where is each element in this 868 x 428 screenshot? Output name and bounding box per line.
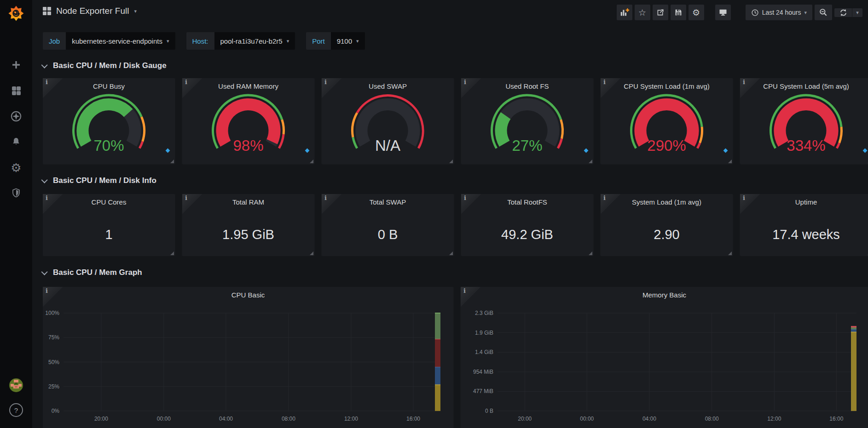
add-panel-button[interactable] bbox=[617, 5, 632, 20]
x-axis-label: 00:00 bbox=[580, 416, 594, 422]
panel-resize-handle[interactable] bbox=[589, 251, 592, 255]
stat-value: 0 B bbox=[322, 227, 454, 242]
panel-title[interactable]: Total RAM bbox=[182, 198, 314, 206]
stat-panel-4[interactable]: iTotal RootFS49.2 GiB bbox=[461, 194, 593, 256]
graph-panel-row: iCPU Basic0%25%50%75%100%20:0000:0004:00… bbox=[43, 287, 868, 428]
time-range-picker[interactable]: Last 24 hours ▾ bbox=[746, 5, 812, 20]
variable-job-dropdown[interactable]: Jobkubernetes-service-endpoints▾ bbox=[43, 32, 175, 50]
gauge-chart: 70% bbox=[43, 90, 175, 164]
variable-value-text: 9100 bbox=[337, 37, 352, 45]
help-icon: ? bbox=[9, 403, 23, 417]
plus-icon bbox=[11, 59, 22, 70]
panel-title[interactable]: Memory Basic bbox=[461, 291, 868, 299]
sidebar-item-create[interactable] bbox=[0, 56, 32, 74]
sidebar-item-profile[interactable] bbox=[0, 376, 32, 394]
variable-value[interactable]: kubernetes-service-endpoints▾ bbox=[66, 32, 175, 50]
sidebar-item-dashboards[interactable] bbox=[0, 81, 32, 100]
section-header-gauge[interactable]: Basic CPU / Mem / Disk Gauge bbox=[43, 59, 167, 73]
gauge-chart: N/A bbox=[322, 90, 454, 164]
chevron-down-icon bbox=[41, 269, 48, 275]
stat-panel-row: iCPU Cores1iTotal RAM1.95 GiBiTotal SWAP… bbox=[43, 194, 868, 256]
section-header-info[interactable]: Basic CPU / Mem / Disk Info bbox=[43, 174, 156, 188]
panel-title[interactable]: CPU Cores bbox=[43, 198, 175, 206]
share-button[interactable] bbox=[653, 5, 668, 20]
gauge-panel-2[interactable]: iUsed RAM Memory98% bbox=[182, 78, 314, 164]
panel-title[interactable]: Uptime bbox=[740, 198, 868, 206]
panel-title[interactable]: CPU Basic bbox=[43, 291, 453, 299]
zoom-out-button[interactable] bbox=[815, 5, 832, 20]
variable-label: Host: bbox=[186, 32, 214, 50]
panel-title[interactable]: System Load (1m avg) bbox=[601, 198, 733, 206]
variable-port-dropdown[interactable]: Port9100▾ bbox=[306, 32, 365, 50]
refresh-button[interactable] bbox=[834, 8, 852, 17]
sidebar: ⚙ ? bbox=[0, 0, 32, 428]
gauge-value: 290% bbox=[647, 137, 686, 154]
time-range-label: Last 24 hours bbox=[762, 9, 801, 16]
graph-panel-cpu-basic[interactable]: iCPU Basic0%25%50%75%100%20:0000:0004:00… bbox=[43, 287, 453, 428]
grafana-logo-icon[interactable] bbox=[7, 4, 25, 23]
dashboard-settings-button[interactable]: ⚙ bbox=[689, 5, 704, 20]
sidebar-item-alerting[interactable] bbox=[0, 133, 32, 151]
panel-title[interactable]: CPU Busy bbox=[43, 82, 175, 90]
section-header-graph[interactable]: Basic CPU / Mem Graph bbox=[43, 266, 142, 280]
navbar: Node Exporter Full ▾ ☆ ⚙ Last 24 hours ▾ bbox=[32, 0, 868, 26]
variable-host-dropdown[interactable]: Host:pool-ra1i3u7eu-b2r5▾ bbox=[186, 32, 295, 50]
panel-resize-handle[interactable] bbox=[449, 251, 453, 255]
y-axis-label: 1.9 GiB bbox=[475, 330, 493, 336]
shield-icon bbox=[11, 188, 22, 199]
share-icon bbox=[656, 8, 665, 17]
variable-value[interactable]: pool-ra1i3u7eu-b2r5▾ bbox=[214, 32, 295, 50]
sidebar-item-configuration[interactable]: ⚙ bbox=[0, 159, 32, 177]
stat-panel-3[interactable]: iTotal SWAP0 B bbox=[322, 194, 454, 256]
panel-title[interactable]: CPU System Load (5m avg) bbox=[740, 82, 868, 90]
stat-panel-5[interactable]: iSystem Load (1m avg)2.90 bbox=[601, 194, 733, 256]
gauge-panel-6[interactable]: iCPU System Load (5m avg)334% bbox=[740, 78, 868, 164]
gauge-chart: 27% bbox=[461, 90, 593, 164]
variable-value[interactable]: 9100▾ bbox=[331, 32, 365, 50]
section-title: Basic CPU / Mem / Disk Info bbox=[53, 176, 156, 185]
x-axis-label: 04:00 bbox=[642, 416, 656, 422]
sidebar-item-help[interactable]: ? bbox=[0, 401, 32, 419]
stat-panel-1[interactable]: iCPU Cores1 bbox=[43, 194, 175, 256]
gauge-panel-1[interactable]: iCPU Busy70% bbox=[43, 78, 175, 164]
gauge-value: N/A bbox=[375, 137, 400, 154]
panel-resize-handle[interactable] bbox=[170, 251, 174, 255]
sidebar-item-server-admin[interactable] bbox=[0, 184, 32, 202]
graph-panel-memory-basic[interactable]: iMemory Basic0 B477 MiB954 MiB1.4 GiB1.9… bbox=[461, 287, 868, 428]
refresh-icon bbox=[839, 8, 848, 17]
gauge-panel-4[interactable]: iUsed Root FS27% bbox=[461, 78, 593, 164]
refresh-interval-dropdown[interactable]: ▾ bbox=[852, 8, 862, 17]
panel-title[interactable]: Used RAM Memory bbox=[182, 82, 314, 90]
stat-panel-6[interactable]: iUptime17.4 weeks bbox=[740, 194, 868, 256]
panel-resize-handle[interactable] bbox=[310, 251, 313, 255]
panel-resize-handle[interactable] bbox=[728, 251, 732, 255]
chevron-down-icon: ▾ bbox=[356, 39, 359, 44]
gauge-value: 98% bbox=[233, 137, 263, 154]
dashboard-grid-icon bbox=[43, 7, 51, 15]
cycle-view-button[interactable] bbox=[715, 5, 731, 20]
x-axis-label: 00:00 bbox=[157, 416, 171, 422]
gauge-panel-5[interactable]: iCPU System Load (1m avg)290% bbox=[601, 78, 733, 164]
panel-title[interactable]: Used SWAP bbox=[322, 82, 454, 90]
gauge-panel-row: iCPU Busy70%iUsed RAM Memory98%iUsed SWA… bbox=[43, 78, 868, 165]
panel-title[interactable]: Used Root FS bbox=[461, 82, 593, 90]
section-title: Basic CPU / Mem Graph bbox=[53, 268, 142, 277]
dashboard-title-button[interactable]: Node Exporter Full ▾ bbox=[43, 6, 137, 16]
x-axis-label: 04:00 bbox=[219, 416, 233, 422]
star-button[interactable]: ☆ bbox=[635, 5, 650, 20]
y-axis-label: 0 B bbox=[485, 408, 493, 414]
y-axis-label: 0% bbox=[52, 408, 60, 414]
y-axis-label: 477 MiB bbox=[473, 388, 493, 394]
x-axis-label: 16:00 bbox=[406, 416, 420, 422]
gear-icon: ⚙ bbox=[692, 8, 700, 17]
variable-label: Port bbox=[306, 32, 331, 50]
panel-title[interactable]: CPU System Load (1m avg) bbox=[601, 82, 733, 90]
chevron-down-icon: ▾ bbox=[856, 10, 859, 15]
gauge-panel-3[interactable]: iUsed SWAPN/A bbox=[322, 78, 454, 164]
panel-title[interactable]: Total RootFS bbox=[461, 198, 593, 206]
save-button[interactable] bbox=[671, 5, 686, 20]
sidebar-item-explore[interactable] bbox=[0, 107, 32, 126]
y-axis-label: 25% bbox=[48, 383, 59, 390]
panel-title[interactable]: Total SWAP bbox=[322, 198, 454, 206]
stat-panel-2[interactable]: iTotal RAM1.95 GiB bbox=[182, 194, 314, 256]
